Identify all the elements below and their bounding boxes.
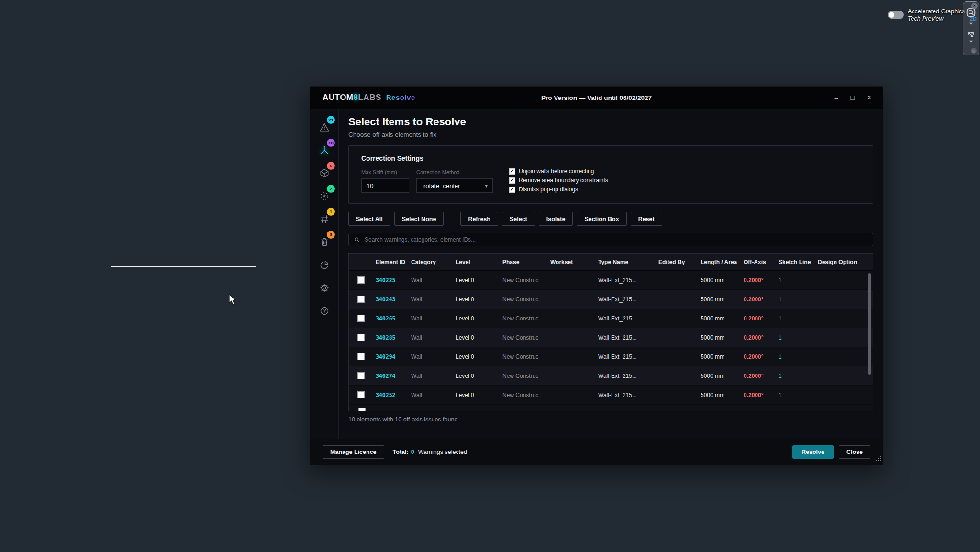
select-all-button[interactable]: Select All (348, 212, 390, 226)
column-header-off-axis[interactable]: Off-Axis (744, 259, 779, 265)
checkbox-label: Remove area boundary constraints (519, 177, 608, 184)
cell-phase: New Construc (502, 277, 550, 284)
table-body: 340225WallLevel 0New ConstrucWall-Ext_21… (349, 271, 873, 405)
row-checkbox[interactable] (358, 408, 366, 411)
chevron-down-icon[interactable] (969, 22, 973, 25)
search-input[interactable] (365, 236, 868, 243)
element-id-link[interactable]: 340252 (376, 392, 411, 398)
total-count: 0 (411, 449, 414, 455)
cell-phase: New Construc (502, 296, 550, 303)
element-id-link[interactable]: 340243 (376, 296, 411, 303)
navigation-bar[interactable]: × 2D (963, 1, 979, 55)
column-header-category[interactable]: Category (411, 259, 456, 265)
element-id-link[interactable]: 340265 (376, 315, 411, 322)
cell-type-name: Wall-Ext_215... (598, 277, 658, 284)
table-row-partial[interactable] (349, 405, 873, 411)
row-checkbox[interactable] (357, 334, 365, 341)
column-header-element-id[interactable]: Element ID (376, 259, 411, 265)
table-row[interactable]: 340265WallLevel 0New ConstrucWall-Ext_21… (349, 309, 873, 328)
checkbox-checked-icon[interactable]: ✓ (509, 168, 515, 175)
resolve-button[interactable]: Resolve (792, 445, 834, 459)
accelerated-graphics-toggle[interactable]: Accelerated Graphics Tech Preview (888, 8, 965, 22)
search-bar[interactable] (348, 233, 873, 246)
minimize-button[interactable]: – (834, 94, 838, 101)
sidebar-item-elements[interactable]: 5 (310, 162, 339, 185)
sidebar-item-purge[interactable]: 3 (310, 231, 339, 254)
column-header-length-area[interactable]: Length / Area (701, 259, 744, 265)
cell-category: Wall (411, 334, 456, 341)
element-id-link[interactable]: 340285 (376, 334, 411, 341)
cell-type-name: Wall-Ext_215... (598, 392, 658, 398)
sidebar-item-settings[interactable] (310, 276, 339, 299)
close-window-button[interactable]: × (867, 94, 871, 101)
cell-type-name: Wall-Ext_215... (598, 334, 658, 341)
settings-checkbox-row[interactable]: ✓Remove area boundary constraints (509, 177, 608, 184)
sidebar-item-warnings[interactable]: 21 (310, 116, 339, 139)
column-header-phase[interactable]: Phase (502, 259, 550, 265)
reset-button[interactable]: Reset (631, 212, 662, 226)
cell-level: Level 0 (456, 296, 502, 303)
row-checkbox[interactable] (357, 276, 365, 284)
correction-method-select[interactable]: rotate_center ▾ (416, 178, 493, 193)
table-row[interactable]: 340274WallLevel 0New ConstrucWall-Ext_21… (349, 366, 873, 386)
element-id-link[interactable]: 340294 (376, 353, 411, 360)
toggle-knob (889, 12, 894, 18)
chevron-down-icon[interactable] (969, 40, 973, 43)
table-scrollbar[interactable] (868, 273, 871, 375)
warnings-table: Element IDCategoryLevelPhaseWorksetType … (348, 253, 873, 411)
table-row[interactable]: 340252WallLevel 0New ConstrucWall-Ext_21… (349, 386, 873, 405)
element-id-link[interactable]: 340225 (376, 277, 411, 284)
row-checkbox[interactable] (357, 296, 365, 303)
sidebar-item-selection[interactable]: 2 (310, 185, 339, 208)
footer-bar: Manage Licence Total: 0 Warnings selecte… (310, 439, 883, 465)
cell-level: Level 0 (456, 373, 502, 379)
maximize-button[interactable]: □ (850, 94, 854, 101)
row-checkbox[interactable] (357, 315, 365, 322)
select-none-button[interactable]: Select None (394, 212, 444, 226)
select-button[interactable]: Select (502, 212, 535, 226)
column-header-workset[interactable]: Workset (550, 259, 598, 265)
column-header-type-name[interactable]: Type Name (598, 259, 658, 265)
table-row[interactable]: 340285WallLevel 0New ConstrucWall-Ext_21… (349, 328, 873, 347)
axis-icon (319, 145, 330, 155)
checkbox-checked-icon[interactable]: ✓ (509, 187, 515, 193)
manage-licence-button[interactable]: Manage Licence (323, 445, 384, 459)
sidebar-item-numbering[interactable]: 1 (310, 208, 339, 231)
cell-level: Level 0 (456, 277, 502, 284)
cell-length: 5000 mm (701, 296, 744, 303)
cell-length: 5000 mm (701, 277, 744, 284)
column-header-level[interactable]: Level (456, 259, 502, 265)
table-row[interactable]: 340243WallLevel 0New ConstrucWall-Ext_21… (349, 290, 873, 309)
row-checkbox[interactable] (357, 353, 365, 360)
cell-sketch-line: 1 (779, 392, 818, 398)
row-checkbox[interactable] (357, 372, 365, 379)
sidebar-item-statistics[interactable] (310, 254, 339, 276)
settings-checkbox-row[interactable]: ✓Unjoin walls before correcting (509, 168, 608, 175)
resize-grip[interactable] (876, 455, 881, 464)
navbar-menu-icon[interactable] (971, 48, 977, 54)
selected-method: rotate_center (423, 182, 460, 189)
table-row[interactable]: 340294WallLevel 0New ConstrucWall-Ext_21… (349, 347, 873, 366)
title-bar[interactable]: AUTOM8LABS Resolve Pro Version — Valid u… (310, 87, 883, 109)
toggle-pill[interactable] (888, 11, 904, 19)
navbar-close-icon[interactable]: × (971, 3, 978, 9)
refresh-button[interactable]: Refresh (460, 212, 498, 226)
element-id-link[interactable]: 340274 (376, 373, 411, 379)
gear-icon (319, 283, 330, 293)
max-shift-input[interactable] (361, 178, 409, 193)
table-row[interactable]: 340225WallLevel 0New ConstrucWall-Ext_21… (349, 271, 873, 290)
sidebar-item-off-axis[interactable]: 10 (310, 139, 339, 162)
column-header-design-option[interactable]: Design Option (818, 259, 873, 265)
cell-category: Wall (411, 277, 456, 284)
zoom-tool-icon[interactable] (967, 31, 975, 39)
column-header-sketch-line[interactable]: Sketch Line (779, 259, 818, 265)
sidebar-item-help[interactable] (310, 299, 339, 322)
isolate-button[interactable]: Isolate (539, 212, 573, 226)
cell-off-axis: 0.2000° (744, 296, 779, 303)
section-box-button[interactable]: Section Box (577, 212, 626, 226)
checkbox-checked-icon[interactable]: ✓ (509, 177, 515, 184)
close-button[interactable]: Close (839, 445, 870, 459)
settings-checkbox-row[interactable]: ✓Dismiss pop-up dialogs (509, 186, 608, 193)
column-header-edited-by[interactable]: Edited By (658, 259, 701, 265)
row-checkbox[interactable] (357, 391, 365, 398)
